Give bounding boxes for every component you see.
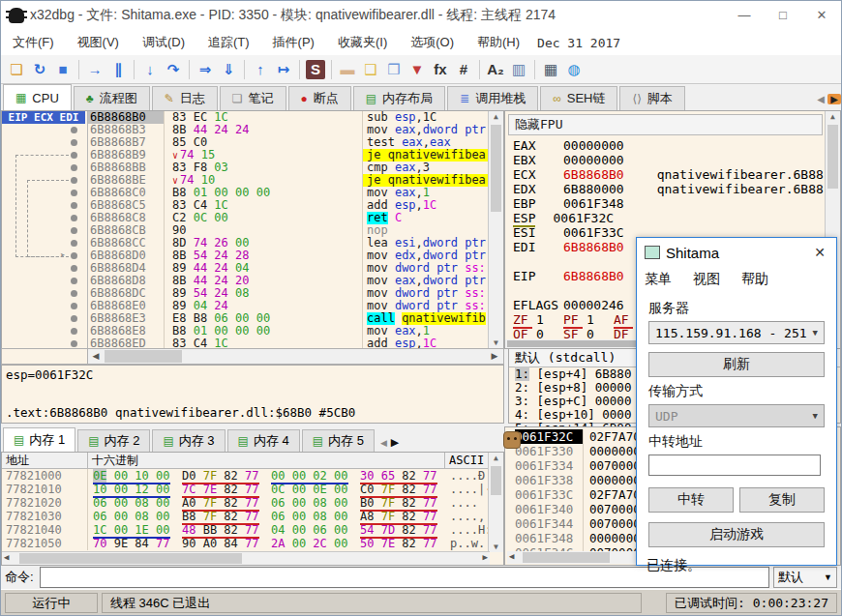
- tab-memory-map[interactable]: ▤内存布局: [353, 86, 445, 110]
- tab-seh[interactable]: ∞SEH链: [540, 86, 617, 110]
- breakpoint-dot[interactable]: [71, 290, 77, 297]
- trace-into-icon[interactable]: ⇒: [194, 58, 217, 81]
- step-over-icon[interactable]: ↷: [162, 58, 185, 81]
- disasm-row[interactable]: 6B8868CB90nop: [88, 224, 488, 237]
- tab-log[interactable]: ✎日志: [152, 86, 218, 110]
- disasm-row[interactable]: 6B8868E089 04 24mov dword ptr ss:: [88, 300, 488, 312]
- breakpoint-dot[interactable]: [71, 139, 77, 146]
- source-icon[interactable]: ▥: [507, 58, 530, 81]
- copy-button[interactable]: 复制: [739, 487, 825, 513]
- register-row[interactable]: EBP0061F348: [513, 196, 825, 211]
- trace-over-icon[interactable]: ⇓: [217, 58, 240, 81]
- server-combobox[interactable]: 115.159.91.168 - 251 ▼: [648, 321, 825, 344]
- disasm-row[interactable]: 6B8868D489 44 24 04mov dword ptr ss:: [88, 262, 488, 275]
- relay-address-input[interactable]: [648, 455, 821, 476]
- menu-item-I[interactable]: 收藏夹(I): [326, 30, 399, 55]
- disasm-row[interactable]: 6B8868B083 EC 1Csub esp,1C: [88, 111, 488, 124]
- dump-row[interactable]: 778210401C 00 1E 0048 BB 82 7704 00 06 0…: [2, 523, 503, 537]
- breakpoint-dot[interactable]: [71, 265, 77, 272]
- case-convert-icon[interactable]: A₂: [484, 58, 507, 81]
- dialog-menu-item-1[interactable]: 菜单: [645, 271, 672, 288]
- close-button[interactable]: ✕: [802, 1, 841, 30]
- dialog-menu-item-2[interactable]: 视图: [693, 271, 720, 288]
- disassembly-vscrollbar[interactable]: ▲ ▼: [488, 111, 503, 348]
- breakpoint-dot[interactable]: [71, 240, 77, 247]
- relay-button[interactable]: 中转: [648, 487, 734, 513]
- start-game-button[interactable]: 启动游戏: [648, 522, 825, 547]
- globe-icon[interactable]: ◍: [562, 58, 586, 81]
- refresh-button[interactable]: 刷新: [648, 352, 825, 377]
- labels-icon[interactable]: ❒: [382, 58, 406, 81]
- breakpoint-dot[interactable]: [71, 227, 77, 234]
- dialog-menu-item-3[interactable]: 帮助: [741, 271, 768, 288]
- tab-breakpoints[interactable]: ●断点: [288, 86, 351, 110]
- restart-icon[interactable]: ↻: [28, 58, 51, 81]
- memory-tab-2[interactable]: ▤内存 2: [77, 429, 150, 452]
- breakpoint-dot[interactable]: [71, 127, 77, 133]
- breakpoint-dot[interactable]: [71, 340, 77, 347]
- dump-row[interactable]: 7782102006 00 08 00A0 7F 82 7706 00 08 0…: [2, 496, 503, 510]
- stack-row[interactable]: 0061F33C02F7A70: [515, 487, 641, 502]
- disasm-row[interactable]: 6B8868B9∨74 15je qnativewifibea: [88, 149, 488, 161]
- stack-row[interactable]: 0061F3400070000: [515, 502, 641, 516]
- dump-vscrollbar[interactable]: ▲ ▼: [488, 453, 503, 552]
- disassembly-pane[interactable]: EIP ECX EDI ➤ 6B8868B083 EC 1Csub esp,1C…: [1, 110, 504, 349]
- breakpoint-dot[interactable]: [71, 315, 77, 322]
- open-file-icon[interactable]: ❏: [5, 58, 28, 81]
- menu-item-P[interactable]: 插件(P): [261, 30, 326, 55]
- calculator-icon[interactable]: ▦: [539, 58, 562, 81]
- disasm-row[interactable]: 6B8868BE∨74 10je qnativewifibea: [88, 174, 488, 187]
- breakpoint-dot[interactable]: [71, 215, 77, 221]
- dialog-close-icon[interactable]: ✕: [803, 245, 836, 260]
- disassembly-hscrollbar[interactable]: ◀ ▶: [1, 348, 504, 365]
- functions-icon[interactable]: fx: [429, 58, 452, 81]
- register-row[interactable]: EBX00000000: [513, 153, 825, 167]
- disasm-row[interactable]: 6B8868B785 C0test eax,eax: [88, 136, 488, 149]
- tab-call-stack[interactable]: ≣调用堆栈: [447, 86, 538, 110]
- breakpoint-dot[interactable]: [71, 177, 77, 184]
- transport-combobox[interactable]: UDP ▼: [648, 404, 825, 427]
- disasm-row[interactable]: 6B8868CC8D 74 26 00lea esi,dword ptr: [88, 237, 488, 249]
- dialog-title-bar[interactable]: Shitama ✕: [637, 238, 836, 267]
- pause-icon[interactable]: ∥: [106, 58, 130, 81]
- stack-row[interactable]: 0061F3300000000: [515, 444, 641, 458]
- breakpoint-dot[interactable]: [71, 164, 77, 171]
- register-row[interactable]: ESP0061F32C: [513, 211, 825, 225]
- disasm-row[interactable]: 6B8868B38B 44 24 24mov eax,dword ptr: [88, 124, 488, 136]
- disasm-row[interactable]: 6B8868D08B 54 24 28mov edx,dword ptr: [88, 249, 488, 262]
- stack-row[interactable]: 0061F3440070000: [515, 516, 641, 531]
- memory-tab-1[interactable]: ▤内存 1: [3, 427, 75, 452]
- execute-till-return-icon[interactable]: ↑: [249, 58, 272, 81]
- memory-tab-3[interactable]: ▤内存 3: [152, 429, 225, 452]
- tab-scroll-right-icon[interactable]: ▶: [827, 94, 841, 104]
- dump-row[interactable]: 7782101010 00 12 007C 7E 82 770C 00 0E 0…: [2, 483, 503, 496]
- stack-row[interactable]: 0061F3340070000: [515, 458, 641, 473]
- breakpoint-dot[interactable]: [71, 303, 77, 309]
- memory-tab-scroll-right-icon[interactable]: ▶: [391, 436, 399, 449]
- register-row[interactable]: EAX00000000: [513, 138, 825, 153]
- hide-fpu-button[interactable]: 隐藏FPU: [508, 114, 823, 135]
- disasm-row[interactable]: 6B8868E8B8 01 00 00 00mov eax,1: [88, 325, 488, 337]
- menu-item-T[interactable]: 追踪(T): [196, 30, 261, 55]
- stack-row[interactable]: 0061F3380000000: [515, 473, 641, 487]
- maximize-button[interactable]: □: [764, 1, 802, 30]
- bookmarks-icon[interactable]: ▼: [406, 58, 429, 81]
- stack-row[interactable]: 0061F3480000000: [515, 531, 641, 545]
- disasm-row[interactable]: 6B8868C583 C4 1Cadd esp,1C: [88, 199, 488, 212]
- step-into-icon[interactable]: ↓: [138, 58, 162, 81]
- tab-notes[interactable]: ❏笔记: [220, 86, 286, 110]
- register-row[interactable]: ECX6B8868B0qnativewifibearer.6B88: [513, 167, 825, 182]
- breakpoint-dot[interactable]: [71, 190, 77, 196]
- close-process-icon[interactable]: ■: [51, 58, 75, 81]
- run-to-user-code-icon[interactable]: ↦: [272, 58, 295, 81]
- menu-item-F[interactable]: 文件(F): [1, 30, 66, 55]
- scylla-icon[interactable]: S: [306, 60, 325, 79]
- comments-icon[interactable]: ❑: [359, 58, 382, 81]
- tab-graph[interactable]: ♣流程图: [74, 86, 150, 110]
- disasm-row[interactable]: 6B8868C8C2 0C 00ret C: [88, 212, 488, 224]
- memory-tab-scroll-left-icon[interactable]: ◀: [380, 438, 387, 448]
- breakpoint-dot[interactable]: [71, 328, 77, 335]
- dump-row[interactable]: 7782105070 9E 84 7790 A0 84 772A 00 2C 0…: [2, 537, 503, 550]
- disasm-row[interactable]: 6B8868D88B 44 24 20mov eax,dword ptr: [88, 275, 488, 287]
- disasm-row[interactable]: 6B8868C0B8 01 00 00 00mov eax,1: [88, 187, 488, 199]
